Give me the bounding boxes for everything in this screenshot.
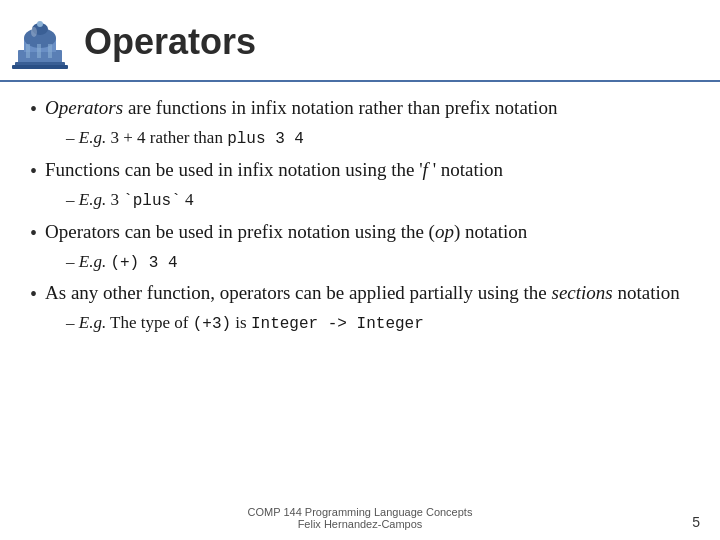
- sub-item-4: – E.g. The type of (+3) is Integer -> In…: [66, 312, 690, 335]
- svg-rect-6: [37, 44, 41, 58]
- bullet-text-4: As any other function, operators can be …: [45, 281, 680, 306]
- bullet-dot-1: •: [30, 98, 37, 121]
- bullet-dot-3: •: [30, 222, 37, 245]
- bullet-dot-2: •: [30, 160, 37, 183]
- svg-rect-7: [48, 44, 52, 58]
- sub-item-3: – E.g. (+) 3 4: [66, 251, 690, 274]
- bullet-dot-4: •: [30, 283, 37, 306]
- header: Operators: [0, 0, 720, 82]
- footer: COMP 144 Programming Language Concepts F…: [0, 506, 720, 530]
- sub-item-1: – E.g. 3 + 4 rather than plus 3 4: [66, 127, 690, 150]
- bullet-text-1: Operators are functions in infix notatio…: [45, 96, 557, 121]
- bullet-item-3: • Operators can be used in prefix notati…: [30, 220, 690, 245]
- page-title: Operators: [84, 21, 256, 63]
- bullet-item-4: • As any other function, operators can b…: [30, 281, 690, 306]
- svg-rect-9: [12, 65, 68, 69]
- svg-point-10: [31, 27, 37, 37]
- footer-line1: COMP 144 Programming Language Concepts: [0, 506, 720, 518]
- sub-item-2: – E.g. 3 `plus` 4: [66, 189, 690, 212]
- svg-rect-5: [26, 44, 30, 58]
- bullet-text-3: Operators can be used in prefix notation…: [45, 220, 527, 245]
- footer-line2: Felix Hernandez-Campos: [0, 518, 720, 530]
- bullet-item-1: • Operators are functions in infix notat…: [30, 96, 690, 121]
- content-area: • Operators are functions in infix notat…: [0, 82, 720, 353]
- page-number: 5: [692, 514, 700, 530]
- bullet-item-2: • Functions can be used in infix notatio…: [30, 158, 690, 183]
- logo-icon: [10, 12, 70, 72]
- svg-point-4: [37, 21, 43, 27]
- slide: Operators • Operators are functions in i…: [0, 0, 720, 540]
- italic-operators: Operators: [45, 97, 123, 118]
- bullet-text-2: Functions can be used in infix notation …: [45, 158, 503, 183]
